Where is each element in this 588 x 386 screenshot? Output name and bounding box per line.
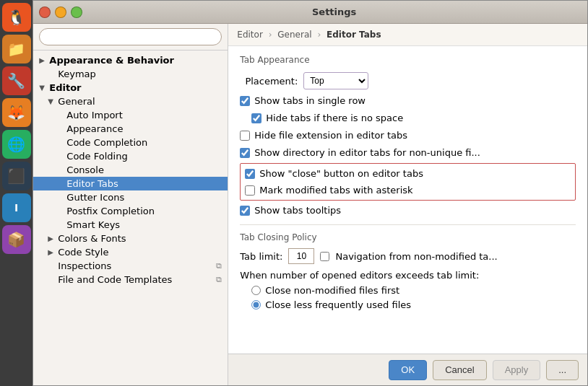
nav-checkbox-label: Navigation from non-modified ta... bbox=[335, 251, 497, 262]
content-panel: Editor › General › Editor Tabs Tab Appea… bbox=[228, 24, 587, 385]
sidebar-item-label: Inspections bbox=[58, 260, 111, 271]
minimize-button[interactable] bbox=[55, 6, 66, 18]
dock-icon-files[interactable]: 📁 bbox=[2, 35, 31, 63]
sidebar-item-file-code-templates[interactable]: File and Code Templates ⧉ bbox=[33, 273, 228, 286]
checkbox-show-tooltips-label: Show tabs tooltips bbox=[254, 205, 341, 216]
bottom-bar: OK Cancel Apply ... bbox=[228, 354, 587, 385]
sidebar-item-colors-fonts[interactable]: ▶ Colors & Fonts bbox=[33, 232, 228, 245]
checkbox-show-directory: Show directory in editor tabs for non-un… bbox=[240, 146, 576, 159]
tab-limit-input[interactable] bbox=[288, 248, 314, 264]
checkbox-show-directory-label: Show directory in editor tabs for non-un… bbox=[254, 147, 480, 158]
sidebar-item-postfix-completion[interactable]: Postfix Completion bbox=[33, 204, 228, 218]
checkbox-mark-modified-label: Mark modified tabs with asterisk bbox=[259, 185, 412, 196]
sidebar-item-keymap[interactable]: Keymap bbox=[33, 67, 228, 81]
when-exceeds-label: When number of opened editors exceeds ta… bbox=[240, 270, 576, 281]
dock-icon-tools[interactable]: 🔧 bbox=[2, 66, 31, 95]
sidebar-item-label: Keymap bbox=[58, 69, 95, 79]
sidebar-tree: ▶ Appearance & Behavior Keymap ▼ Editor … bbox=[33, 51, 228, 385]
arrow-icon: ▶ bbox=[48, 248, 55, 256]
checkbox-single-row: Show tabs in single row bbox=[240, 94, 576, 108]
breadcrumb: Editor › General › Editor Tabs bbox=[228, 24, 587, 46]
dock-icon-terminal[interactable]: ⬛ bbox=[2, 162, 31, 190]
sidebar-item-code-folding[interactable]: Code Folding bbox=[33, 149, 228, 163]
radio-close-non-modified-label: Close non-modified files first bbox=[265, 285, 399, 296]
app-dock: 🐧 📁 🔧 🦊 🌐 ⬛ I 📦 bbox=[0, 0, 33, 386]
window-title: Settings bbox=[87, 6, 581, 17]
dock-icon-idea[interactable]: I bbox=[2, 193, 31, 222]
sidebar-item-auto-import[interactable]: Auto Import bbox=[33, 108, 228, 122]
sidebar-item-label: Appearance bbox=[66, 123, 123, 134]
sidebar-item-appearance[interactable]: Appearance bbox=[33, 122, 228, 136]
cancel-button[interactable]: Cancel bbox=[433, 360, 486, 380]
close-button[interactable] bbox=[39, 6, 51, 18]
checkbox-show-tooltips-input[interactable] bbox=[240, 206, 250, 216]
sidebar-item-label: Code Folding bbox=[66, 151, 127, 162]
sidebar-item-label: Gutter Icons bbox=[66, 192, 124, 203]
sidebar-item-label: Editor bbox=[49, 82, 81, 93]
sidebar-item-label: Appearance & Behavior bbox=[49, 55, 174, 66]
radio-close-less-frequent-input[interactable] bbox=[251, 300, 261, 310]
breadcrumb-sep-2: › bbox=[317, 30, 321, 40]
checkbox-show-close: Show "close" button on editor tabs bbox=[245, 167, 571, 180]
sidebar-item-editor-tabs[interactable]: Editor Tabs bbox=[33, 177, 228, 190]
checkbox-mark-modified-input[interactable] bbox=[245, 185, 255, 196]
radio-close-non-modified: Close non-modified files first bbox=[251, 285, 576, 296]
sidebar-item-code-style[interactable]: ▶ Code Style bbox=[33, 245, 228, 259]
titlebar: Settings bbox=[33, 1, 587, 24]
settings-window: Settings ▶ Appearance & Behavior Keymap bbox=[33, 0, 588, 386]
checkbox-hide-no-space-label: Hide tabs if there is no space bbox=[266, 113, 403, 123]
radio-close-less-frequent: Close less frequently used files bbox=[251, 299, 576, 310]
maximize-button[interactable] bbox=[71, 6, 82, 18]
sidebar-item-label: Postfix Completion bbox=[66, 206, 155, 216]
ok-button[interactable]: OK bbox=[389, 360, 427, 380]
sidebar-item-appearance-behavior[interactable]: ▶ Appearance & Behavior bbox=[33, 53, 228, 67]
checkbox-mark-modified: Mark modified tabs with asterisk bbox=[245, 183, 571, 197]
arrow-icon: ▶ bbox=[39, 56, 46, 64]
placement-row: Placement: Top Bottom Left Right None bbox=[240, 72, 576, 89]
nav-checkbox-input[interactable] bbox=[320, 252, 329, 261]
breadcrumb-editor-tabs: Editor Tabs bbox=[327, 30, 381, 40]
breadcrumb-sep-1: › bbox=[269, 30, 272, 40]
sidebar-item-code-completion[interactable]: Code Completion bbox=[33, 136, 228, 149]
sidebar-item-label: Code Completion bbox=[66, 137, 147, 148]
placement-select[interactable]: Top Bottom Left Right None bbox=[303, 72, 368, 89]
divider bbox=[240, 224, 576, 225]
search-input[interactable] bbox=[39, 28, 222, 45]
placement-label: Placement: bbox=[240, 76, 298, 87]
apply-button[interactable]: Apply bbox=[493, 360, 541, 380]
dock-icon-firefox[interactable]: 🦊 bbox=[2, 98, 31, 127]
breadcrumb-editor: Editor bbox=[237, 30, 263, 40]
checkbox-single-row-input[interactable] bbox=[240, 96, 250, 106]
dock-icon-chrome[interactable]: 🌐 bbox=[2, 130, 31, 159]
checkbox-hide-extension-input[interactable] bbox=[240, 131, 250, 141]
tab-limit-label: Tab limit: bbox=[240, 251, 282, 262]
checkbox-show-close-input[interactable] bbox=[245, 169, 255, 179]
dock-icon-ubuntu[interactable]: 🐧 bbox=[2, 3, 31, 32]
sidebar: ▶ Appearance & Behavior Keymap ▼ Editor … bbox=[33, 24, 228, 385]
breadcrumb-general: General bbox=[277, 30, 311, 40]
radio-close-non-modified-input[interactable] bbox=[251, 286, 261, 295]
tab-closing-title: Tab Closing Policy bbox=[240, 232, 576, 242]
checkbox-show-tooltips: Show tabs tooltips bbox=[240, 203, 576, 217]
sidebar-item-label: General bbox=[58, 96, 95, 107]
tab-limit-row: Tab limit: Navigation from non-modified … bbox=[240, 248, 576, 264]
sidebar-item-inspections[interactable]: Inspections ⧉ bbox=[33, 259, 228, 273]
sidebar-item-label: Colors & Fonts bbox=[58, 233, 126, 244]
sidebar-item-smart-keys[interactable]: Smart Keys bbox=[33, 218, 228, 232]
sidebar-item-gutter-icons[interactable]: Gutter Icons bbox=[33, 190, 228, 204]
sidebar-item-general[interactable]: ▼ General bbox=[33, 95, 228, 108]
settings-content: Tab Appearance Placement: Top Bottom Lef… bbox=[228, 46, 587, 354]
dock-icon-misc[interactable]: 📦 bbox=[2, 225, 31, 254]
arrow-icon: ▼ bbox=[39, 84, 46, 92]
sidebar-item-label: Smart Keys bbox=[66, 219, 120, 230]
checkbox-show-directory-input[interactable] bbox=[240, 148, 250, 158]
checkbox-hide-no-space-input[interactable] bbox=[251, 113, 261, 123]
more-button[interactable]: ... bbox=[546, 360, 579, 380]
sidebar-item-console[interactable]: Console bbox=[33, 163, 228, 177]
tab-appearance-title: Tab Appearance bbox=[240, 55, 576, 65]
sidebar-item-editor[interactable]: ▼ Editor bbox=[33, 81, 228, 95]
checkbox-hide-extension: Hide file extension in editor tabs bbox=[240, 128, 576, 142]
arrow-icon: ▼ bbox=[48, 97, 55, 105]
search-box bbox=[33, 24, 228, 51]
sidebar-item-label: Code Style bbox=[58, 247, 108, 258]
